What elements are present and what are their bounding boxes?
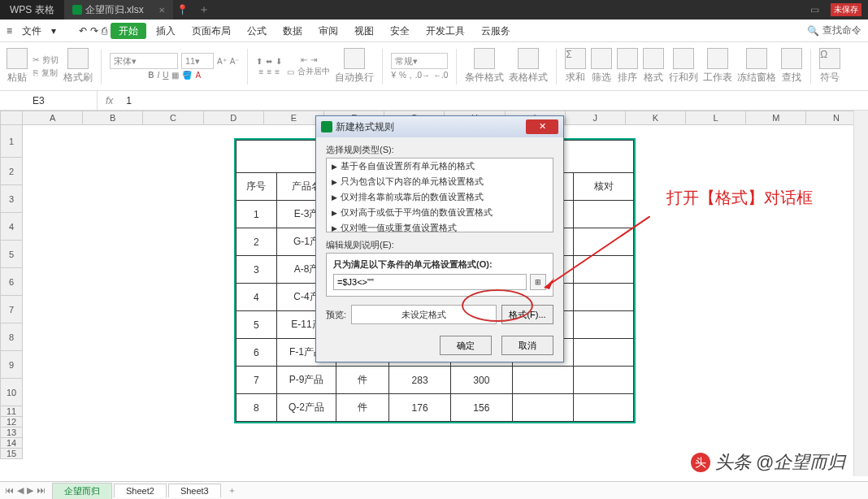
wrap-button[interactable]: 自动换行: [335, 48, 374, 85]
row-header-10[interactable]: 10: [0, 379, 23, 406]
menu-start[interactable]: 开始: [111, 23, 146, 39]
row-header-2[interactable]: 2: [0, 158, 23, 185]
sheet-button[interactable]: 工作表: [703, 48, 732, 85]
filter-button[interactable]: 筛选: [591, 48, 612, 85]
fx-icon[interactable]: fx: [98, 95, 121, 106]
format-dialog-button[interactable]: 格式(F)...: [501, 305, 553, 324]
ok-button[interactable]: 确定: [440, 336, 492, 355]
align-bot-icon[interactable]: ⬇: [276, 57, 282, 66]
fill-color-icon[interactable]: 🪣: [182, 71, 192, 80]
rowcol-button[interactable]: 行和列: [669, 48, 698, 85]
indent-dec-icon[interactable]: ⇤: [301, 55, 307, 64]
menu-safety[interactable]: 安全: [384, 23, 416, 39]
rule-type-item[interactable]: ▶基于各自值设置所有单元格的格式: [327, 158, 553, 174]
menu-data[interactable]: 数据: [276, 23, 309, 39]
name-box[interactable]: E3: [0, 91, 98, 111]
format-button[interactable]: 格式: [643, 48, 664, 85]
sheet-nav-prev-icon[interactable]: ◀: [17, 485, 24, 496]
symbol-button[interactable]: Ω符号: [819, 48, 840, 85]
percent-icon[interactable]: %: [399, 71, 406, 80]
sort-button[interactable]: 排序: [617, 48, 638, 85]
align-right-icon[interactable]: ≡: [275, 67, 280, 76]
italic-icon[interactable]: I: [157, 71, 159, 80]
select-all-corner[interactable]: [0, 111, 23, 125]
undo-icon[interactable]: ↶: [79, 25, 87, 37]
menu-review[interactable]: 审阅: [312, 23, 345, 39]
row-header-1[interactable]: 1: [0, 125, 23, 158]
file-tab[interactable]: 企望而归.xlsx ✕: [64, 0, 173, 20]
col-header-C[interactable]: C: [143, 111, 203, 125]
comma-icon[interactable]: ,: [410, 71, 412, 80]
row-header-11[interactable]: 11: [0, 406, 23, 417]
range-picker-icon[interactable]: ⊞: [530, 274, 546, 290]
redo-icon[interactable]: ↷: [90, 25, 98, 37]
rule-type-list[interactable]: ▶基于各自值设置所有单元格的格式▶只为包含以下内容的单元格设置格式▶仅对排名靠前…: [326, 158, 553, 232]
formula-value[interactable]: 1: [121, 95, 132, 106]
menu-insert[interactable]: 插入: [150, 23, 182, 39]
row-header-5[interactable]: 5: [0, 241, 23, 268]
sheet-nav-next-icon[interactable]: ▶: [27, 485, 33, 496]
cut-icon[interactable]: ✂: [33, 55, 39, 64]
table-style-button[interactable]: 表格样式: [509, 48, 548, 85]
row-header-6[interactable]: 6: [0, 268, 23, 296]
search-box[interactable]: 🔍 查找命令: [807, 24, 861, 37]
dialog-close-button[interactable]: ✕: [526, 119, 558, 134]
dec-inc-icon[interactable]: .0→: [415, 71, 430, 80]
new-tab-icon[interactable]: ＋: [198, 2, 210, 17]
row-header-8[interactable]: 8: [0, 323, 23, 351]
pin-icon[interactable]: 📍: [176, 4, 189, 15]
row-header-7[interactable]: 7: [0, 296, 23, 323]
add-sheet-icon[interactable]: ＋: [221, 484, 243, 497]
menu-formula[interactable]: 公式: [241, 23, 273, 39]
grow-font-icon[interactable]: A⁺: [217, 57, 227, 66]
sheet-tab-2[interactable]: Sheet2: [114, 484, 167, 497]
border-icon[interactable]: ▦: [171, 71, 179, 80]
sheet-tab-active[interactable]: 企望而归: [52, 483, 112, 499]
dec-dec-icon[interactable]: ←.0: [433, 71, 448, 80]
align-left-icon[interactable]: ≡: [259, 67, 264, 76]
menu-dev[interactable]: 开发工具: [419, 23, 471, 39]
paste-button[interactable]: 粘贴: [7, 48, 28, 85]
copy-icon[interactable]: ⎘: [33, 68, 38, 77]
menu-cloud[interactable]: 云服务: [475, 23, 517, 39]
rule-type-item[interactable]: ▶仅对唯一值或重复值设置格式: [327, 220, 553, 232]
hamburger-icon[interactable]: ≡: [7, 25, 12, 37]
align-mid-icon[interactable]: ⬌: [266, 57, 272, 66]
col-header-K[interactable]: K: [626, 111, 686, 125]
menu-layout[interactable]: 页面布局: [185, 23, 237, 39]
sheet-nav-first-icon[interactable]: ⏮: [5, 485, 14, 496]
font-color-icon[interactable]: A: [195, 71, 201, 80]
menu-file[interactable]: 文件: [15, 23, 48, 39]
col-header-M[interactable]: M: [746, 111, 806, 125]
row-header-15[interactable]: 15: [0, 449, 23, 459]
col-header-J[interactable]: J: [566, 111, 626, 125]
col-header-L[interactable]: L: [686, 111, 746, 125]
font-select[interactable]: 宋体 ▾: [110, 53, 178, 69]
menu-view[interactable]: 视图: [348, 23, 380, 39]
row-header-13[interactable]: 13: [0, 427, 23, 438]
row-header-14[interactable]: 14: [0, 438, 23, 449]
dialog-title-bar[interactable]: 新建格式规则 ✕: [316, 116, 563, 137]
formula-input[interactable]: [333, 274, 527, 290]
bold-icon[interactable]: B: [148, 71, 154, 80]
close-tab-icon[interactable]: ✕: [158, 6, 165, 15]
rule-type-item[interactable]: ▶仅对高于或低于平均值的数值设置格式: [327, 205, 553, 220]
rule-type-item[interactable]: ▶仅对排名靠前或靠后的数值设置格式: [327, 189, 553, 205]
row-header-3[interactable]: 3: [0, 185, 23, 213]
currency-icon[interactable]: ¥: [391, 71, 396, 80]
rule-type-item[interactable]: ▶只为包含以下内容的单元格设置格式: [327, 174, 553, 189]
col-header-B[interactable]: B: [83, 111, 143, 125]
save-icon[interactable]: ⎙: [102, 25, 107, 37]
col-header-D[interactable]: D: [204, 111, 264, 125]
sheet-nav-last-icon[interactable]: ⏭: [37, 485, 46, 496]
file-dropdown-icon[interactable]: ▾: [51, 25, 56, 37]
cond-format-button[interactable]: 条件格式: [465, 48, 504, 85]
freeze-button[interactable]: 冻结窗格: [737, 48, 776, 85]
col-header-A[interactable]: A: [23, 111, 83, 125]
cancel-button[interactable]: 取消: [501, 336, 553, 355]
shrink-font-icon[interactable]: A⁻: [230, 57, 240, 66]
numfmt-select[interactable]: 常规 ▾: [391, 53, 448, 69]
align-top-icon[interactable]: ⬆: [256, 57, 263, 66]
size-select[interactable]: 11 ▾: [181, 53, 214, 69]
merge-icon[interactable]: ▭: [287, 67, 294, 76]
